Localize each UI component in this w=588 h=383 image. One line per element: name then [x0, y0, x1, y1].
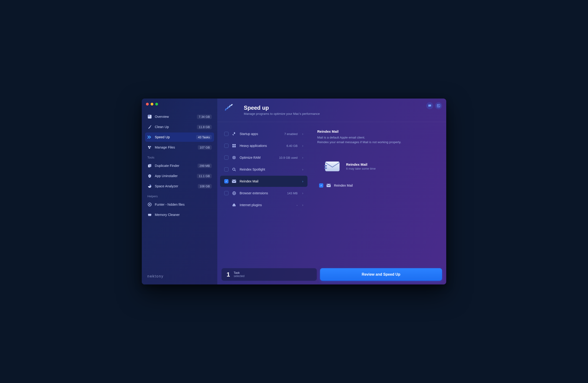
broom-icon [147, 125, 152, 129]
sidebar-item-space-analyzer[interactable]: Space Analyzer 108 GB [145, 182, 214, 191]
chevron-right-icon: › [302, 156, 303, 159]
sidebar-item-cleanup[interactable]: Clean Up 11.8 GB [145, 122, 214, 131]
chevron-right-icon: › [302, 179, 303, 183]
news-icon [437, 104, 441, 107]
brand-logo: nektony [145, 272, 214, 280]
main-panel: Speed up Manage programs to optimize you… [217, 99, 446, 284]
task-row-optimize-ram[interactable]: Optimize RAM 10.9 GB used › [220, 152, 308, 163]
detail-card-subtitle: It may take some time [346, 167, 376, 170]
app-window: Overview 7.34 GB Clean Up 11.8 GB Speed … [142, 99, 446, 284]
close-window-icon[interactable] [146, 103, 149, 106]
svg-rect-18 [234, 144, 236, 146]
mail-icon [232, 180, 236, 183]
task-value: 6.40 GB [287, 144, 298, 148]
task-row-reindex-mail[interactable]: ✓ Reindex Mail › [220, 176, 308, 187]
checkbox[interactable] [224, 167, 229, 171]
apps-grid-icon [232, 144, 236, 148]
task-row-reindex-spotlight[interactable]: Reindex Spotlight › [220, 164, 308, 175]
task-label: Reindex Spotlight [240, 168, 294, 171]
svg-rect-12 [150, 216, 151, 216]
fullscreen-window-icon[interactable] [155, 103, 158, 106]
news-button[interactable] [435, 102, 442, 109]
detail-card: Reindex Mail It may take some time [317, 161, 437, 172]
chevrons-forward-icon [147, 135, 152, 139]
primary-button-label: Review and Speed Up [362, 272, 400, 277]
svg-point-31 [233, 168, 235, 170]
memory-icon [147, 213, 152, 217]
svg-point-4 [149, 147, 150, 149]
summary-status: selected [233, 275, 245, 278]
checkbox[interactable] [224, 144, 229, 148]
selection-summary: 1 Task selected [221, 268, 317, 281]
task-label: Browser extensions [240, 191, 284, 195]
chat-button[interactable] [426, 102, 433, 109]
files-icon [147, 145, 152, 150]
svg-line-32 [235, 170, 236, 171]
sidebar-section-helpers: Helpers [145, 191, 214, 199]
sidebar-item-funter[interactable]: Funter - hidden files [145, 200, 214, 209]
sidebar-item-label: Overview [155, 115, 194, 119]
checkbox[interactable]: ✓ [224, 179, 229, 183]
checkbox[interactable] [224, 155, 229, 160]
checkbox[interactable] [224, 132, 229, 136]
detail-option-row[interactable]: ✓ Reindex Mail [317, 183, 437, 188]
sidebar-item-speedup[interactable]: Speed Up 43 Tasks [145, 132, 214, 142]
svg-point-3 [150, 146, 151, 147]
svg-rect-37 [325, 162, 339, 171]
task-value: 7 enabled [284, 132, 297, 136]
duplicate-icon [147, 163, 152, 168]
detail-panel: Reindex Mail Mail is a default Apple ema… [310, 122, 446, 267]
svg-rect-21 [233, 156, 235, 159]
sidebar: Overview 7.34 GB Clean Up 11.8 GB Speed … [142, 99, 217, 284]
dashboard-icon [147, 114, 152, 119]
checkbox[interactable]: ✓ [319, 183, 323, 188]
svg-rect-1 [148, 115, 150, 116]
task-label: Optimize RAM [240, 156, 276, 159]
svg-rect-33 [232, 180, 236, 183]
svg-rect-14 [438, 105, 439, 106]
summary-unit: Task [233, 271, 245, 275]
svg-rect-13 [437, 104, 440, 107]
svg-rect-6 [149, 164, 151, 167]
speedup-hero-icon [224, 105, 240, 117]
minimize-window-icon[interactable] [151, 103, 153, 106]
page-subtitle: Manage programs to optimize your Mac's p… [244, 112, 320, 115]
chevron-right-icon: › [302, 191, 303, 195]
review-speedup-button[interactable]: Review and Speed Up [320, 268, 442, 281]
svg-rect-9 [148, 214, 151, 216]
content-area: Startup apps 7 enabled › Heavy applicati… [217, 122, 446, 267]
window-controls [146, 103, 158, 106]
sidebar-item-badge: 107 GB [198, 145, 212, 150]
svg-rect-11 [149, 216, 150, 216]
task-row-startup-apps[interactable]: Startup apps 7 enabled › [220, 128, 308, 139]
footer: 1 Task selected Review and Speed Up [217, 267, 446, 284]
sidebar-item-badge: 108 GB [198, 184, 212, 189]
svg-rect-17 [232, 144, 234, 146]
summary-count: 1 [227, 271, 230, 278]
sidebar-item-label: Space Analyzer [155, 184, 195, 188]
sidebar-item-managefiles[interactable]: Manage Files 107 GB [145, 143, 214, 152]
sidebar-section-tools: Tools [145, 152, 214, 161]
task-row-heavy-apps[interactable]: Heavy applications 6.40 GB › [220, 140, 308, 151]
detail-title: Reindex Mail [317, 129, 437, 133]
task-value: - [296, 203, 297, 207]
checkbox[interactable] [224, 191, 229, 195]
task-row-internet-plugins[interactable]: Internet plugins - › [220, 199, 308, 211]
detail-card-title: Reindex Mail [346, 162, 376, 166]
sidebar-item-memory-cleaner[interactable]: Memory Cleaner [145, 210, 214, 219]
mail-large-icon [324, 161, 340, 172]
svg-rect-40 [327, 184, 331, 187]
task-label: Internet plugins [240, 203, 293, 207]
sidebar-item-overview[interactable]: Overview 7.34 GB [145, 112, 214, 121]
sidebar-item-duplicate-finder[interactable]: Duplicate Finder 299 MB [145, 161, 214, 170]
svg-rect-39 [324, 168, 327, 169]
target-icon [147, 202, 152, 207]
svg-rect-20 [234, 146, 236, 147]
svg-point-2 [148, 146, 149, 147]
globe-icon [232, 191, 236, 195]
task-row-browser-ext[interactable]: Browser extensions 143 MB › [220, 188, 308, 199]
uninstall-icon [147, 174, 152, 178]
svg-rect-19 [232, 146, 234, 147]
sidebar-item-app-uninstaller[interactable]: App Uninstaller 11.1 GB [145, 171, 214, 181]
chip-icon [232, 155, 236, 160]
